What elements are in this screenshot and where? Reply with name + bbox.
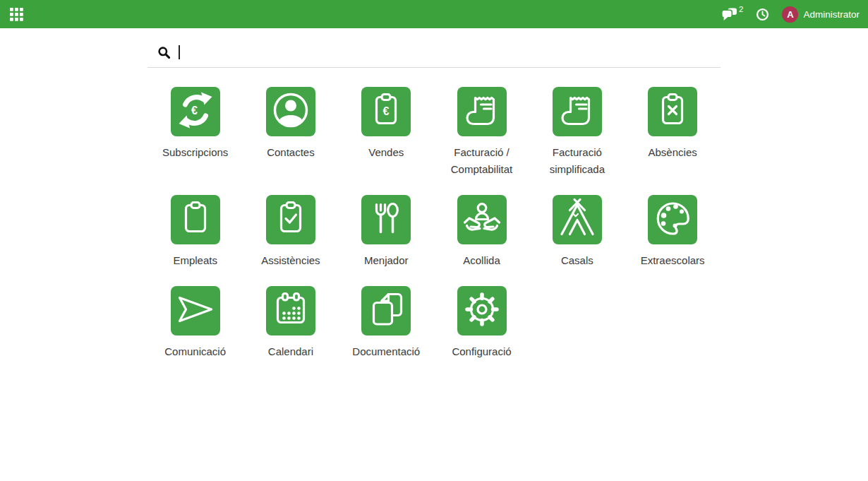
app-extraescolars[interactable]: Extraescolars — [625, 195, 720, 269]
app-label: Empleats — [173, 252, 217, 269]
cutlery-icon — [361, 194, 411, 246]
app-label: Vendes — [368, 144, 404, 161]
svg-text:€: € — [191, 105, 198, 117]
app-search-bar — [147, 39, 721, 68]
app-facturacio-simplificada[interactable]: Facturació simplificada — [529, 87, 625, 178]
avatar: A — [782, 6, 798, 23]
app-subscripcions[interactable]: € Subscripcions — [147, 87, 243, 178]
clipboard-x-icon — [648, 85, 697, 138]
app-label: Comunicació — [164, 343, 226, 360]
gear-icon — [457, 285, 507, 337]
grid-icon — [10, 8, 23, 21]
app-label: Extraescolars — [641, 252, 705, 269]
app-label: Assistències — [261, 252, 320, 269]
user-name: Administrator — [803, 9, 860, 20]
app-label: Casals — [561, 252, 593, 269]
send-icon — [171, 285, 220, 337]
calendar-icon — [266, 285, 315, 337]
app-absencies[interactable]: Absències — [625, 87, 720, 178]
top-bar: 2 A Administrator — [0, 0, 868, 28]
contact-icon — [266, 85, 315, 138]
app-casals[interactable]: Casals — [529, 195, 625, 269]
user-menu[interactable]: A Administrator — [776, 0, 864, 28]
tent-icon — [553, 194, 602, 246]
app-calendari[interactable]: Calendari — [243, 286, 338, 360]
app-configuracio[interactable]: Configuració — [434, 286, 529, 360]
clipboard-icon — [171, 194, 220, 246]
svg-text:€: € — [383, 105, 390, 117]
text-cursor — [179, 45, 180, 59]
activities-button[interactable] — [749, 0, 776, 28]
app-menjador[interactable]: Menjador — [339, 195, 434, 269]
app-comunicacio[interactable]: Comunicació — [147, 286, 243, 360]
refresh-euro-icon: € — [171, 85, 220, 138]
receipt-icon — [553, 85, 602, 138]
app-label: Documentació — [352, 343, 420, 360]
app-documentacio[interactable]: Documentació — [339, 286, 434, 360]
app-label: Configuració — [452, 343, 511, 360]
documents-icon — [361, 285, 411, 337]
app-empleats[interactable]: Empleats — [147, 195, 243, 269]
hands-person-icon — [457, 194, 507, 246]
app-facturacio-comptabilitat[interactable]: Facturació / Comptabilitat — [434, 87, 529, 178]
app-acollida[interactable]: Acollida — [434, 195, 529, 269]
apps-menu-button[interactable] — [0, 0, 32, 28]
clipboard-euro-icon: € — [361, 85, 411, 138]
app-vendes[interactable]: € Vendes — [339, 87, 434, 178]
messages-button[interactable]: 2 — [714, 0, 749, 28]
app-label: Menjador — [364, 252, 409, 269]
app-grid: € Subscripcions Contactes € Vendes Factu… — [147, 87, 721, 377]
search-input[interactable] — [184, 47, 721, 59]
app-label: Calendari — [268, 343, 313, 360]
search-icon — [158, 47, 170, 59]
receipt-icon — [457, 85, 507, 138]
app-label: Absències — [649, 144, 697, 161]
clipboard-check-icon — [266, 194, 315, 246]
palette-icon — [648, 194, 697, 246]
app-contactes[interactable]: Contactes — [243, 87, 338, 178]
clock-icon — [756, 8, 769, 21]
app-label: Subscripcions — [162, 144, 228, 161]
app-label: Contactes — [267, 144, 315, 161]
app-label: Facturació simplificada — [530, 144, 624, 178]
app-assistencies[interactable]: Assistències — [243, 195, 338, 269]
chat-icon — [721, 8, 737, 21]
app-label: Facturació / Comptabilitat — [435, 144, 529, 178]
app-label: Acollida — [463, 252, 500, 269]
messages-count-badge: 2 — [739, 5, 743, 13]
